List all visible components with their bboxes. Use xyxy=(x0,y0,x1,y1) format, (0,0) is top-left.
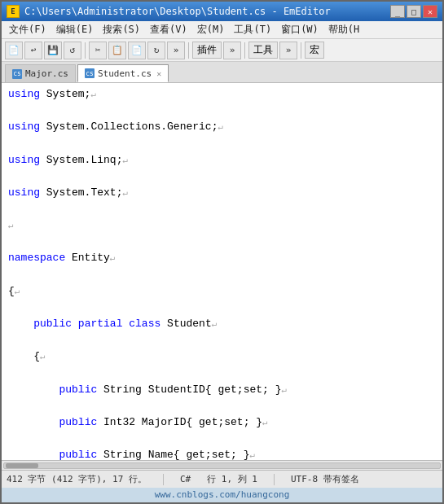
main-window: E C:\Users\Administrator\Desktop\Student… xyxy=(0,0,444,504)
status-sep2 xyxy=(274,474,275,485)
status-position: 行 1, 列 1 xyxy=(207,473,257,485)
status-bar: 412 字节 (412 字节), 17 行。 C# 行 1, 列 1 UTF-8… xyxy=(2,470,442,488)
toolbar: 📄 ↩ 💾 ↺ ✂ 📋 📄 ↻ » 插件 » 工具 » 宏 xyxy=(2,39,442,62)
code-line-12: public String Name{ get;set; }↵ xyxy=(8,447,436,460)
app-icon: E xyxy=(7,5,20,18)
scrollbar-track[interactable] xyxy=(3,462,441,469)
macro-label[interactable]: 宏 xyxy=(305,42,324,59)
status-sep1 xyxy=(163,474,164,485)
horizontal-scrollbar[interactable] xyxy=(2,460,442,470)
title-bar: E C:\Users\Administrator\Desktop\Student… xyxy=(2,2,442,21)
copy-button[interactable]: 📋 xyxy=(108,42,126,59)
save-button[interactable]: 💾 xyxy=(44,42,62,59)
title-bar-left: E C:\Users\Administrator\Desktop\Student… xyxy=(7,5,331,18)
code-line-10: public String StudentID{ get;set; }↵ xyxy=(8,382,436,398)
code-line-11: public Int32 MajorID{ get;set; }↵ xyxy=(8,414,436,431)
more1-button[interactable]: » xyxy=(167,42,185,59)
menu-help[interactable]: 帮助(H xyxy=(324,22,363,37)
back-button[interactable]: ↩ xyxy=(24,42,42,59)
paste-button[interactable]: 📄 xyxy=(128,42,146,59)
code-line-3: using System.Linq;↵ xyxy=(8,152,436,169)
scrollbar-thumb[interactable] xyxy=(6,463,38,468)
tab-major-icon: cs xyxy=(12,69,22,79)
code-line-2: using System.Collections.Generic;↵ xyxy=(8,119,436,135)
tab-student-close[interactable]: ✕ xyxy=(156,69,161,78)
more3-button[interactable]: » xyxy=(279,42,297,59)
menu-view[interactable]: 查看(V) xyxy=(146,22,191,37)
cut-button[interactable]: ✂ xyxy=(89,42,107,59)
watermark: www.cnblogs.com/huangcong xyxy=(2,488,442,502)
code-line-7: {↵ xyxy=(8,283,436,300)
new-button[interactable]: 📄 xyxy=(5,42,23,59)
status-chars: 412 字节 (412 字节), 17 行。 xyxy=(7,473,147,485)
maximize-button[interactable]: □ xyxy=(407,5,421,18)
menu-file[interactable]: 文件(F) xyxy=(5,22,51,37)
sep3 xyxy=(244,42,245,59)
menu-tools[interactable]: 工具(T) xyxy=(230,22,275,37)
code-line-8: public partial class Student↵ xyxy=(8,316,436,332)
sep1 xyxy=(85,42,86,59)
menu-edit[interactable]: 编辑(E) xyxy=(52,22,98,37)
close-button[interactable]: ✕ xyxy=(423,5,437,18)
code-line-4: using System.Text;↵ xyxy=(8,185,436,201)
menu-search[interactable]: 搜索(S) xyxy=(99,22,144,37)
window-controls: _ □ ✕ xyxy=(390,5,437,18)
code-line-9: {↵ xyxy=(8,348,436,365)
menu-macro[interactable]: 宏(M) xyxy=(193,22,229,37)
more2-button[interactable]: » xyxy=(223,42,241,59)
tab-student-icon: cs xyxy=(85,68,95,78)
window-title: C:\Users\Administrator\Desktop\Student.c… xyxy=(24,6,331,17)
menu-window[interactable]: 窗口(W) xyxy=(277,22,323,37)
sep2 xyxy=(188,42,189,59)
code-line-5: ↵ xyxy=(8,217,436,234)
minimize-button[interactable]: _ xyxy=(390,5,405,18)
tab-major-label: Major.cs xyxy=(25,68,68,79)
status-encoding: UTF-8 带有签名 xyxy=(291,473,359,485)
code-line-6: namespace Entity↵ xyxy=(8,250,436,266)
menu-bar: 文件(F) 编辑(E) 搜索(S) 查看(V) 宏(M) 工具(T) 窗口(W)… xyxy=(2,21,442,39)
sep4 xyxy=(301,42,301,59)
tab-student-label: Student.cs xyxy=(98,68,152,79)
editor-area[interactable]: using System;↵ using System.Collections.… xyxy=(2,83,442,460)
tab-student[interactable]: cs Student.cs ✕ xyxy=(77,64,169,82)
code-line-1: using System;↵ xyxy=(8,86,436,103)
undo-button[interactable]: ↺ xyxy=(64,42,81,59)
tools-label[interactable]: 工具 xyxy=(248,42,278,59)
status-lang: C# xyxy=(180,474,191,484)
redo-button[interactable]: ↻ xyxy=(147,42,165,59)
plugins-label[interactable]: 插件 xyxy=(192,42,222,59)
tabs-bar: cs Major.cs cs Student.cs ✕ xyxy=(2,62,442,83)
code-editor[interactable]: using System;↵ using System.Collections.… xyxy=(2,83,442,460)
tab-major[interactable]: cs Major.cs xyxy=(5,64,76,82)
watermark-text: www.cnblogs.com/huangcong xyxy=(155,489,290,500)
